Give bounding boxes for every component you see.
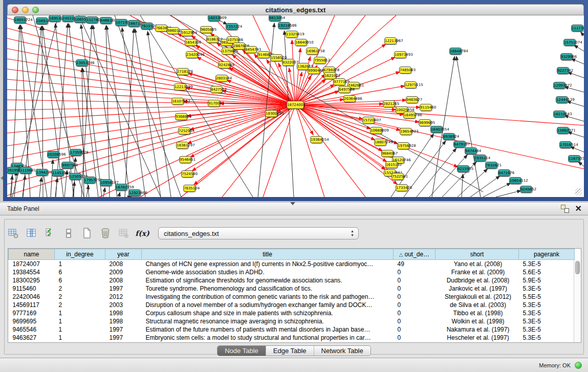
graph-node[interactable]: 16953275 <box>49 15 61 22</box>
graph-node[interactable]: 6497568 <box>338 86 351 93</box>
graph-node[interactable]: 19218586 <box>278 22 290 29</box>
graph-node[interactable]: 10973493 <box>394 51 406 58</box>
graph-node[interactable]: 18807249 <box>374 139 386 146</box>
graph-node[interactable]: 8427552 <box>210 86 223 93</box>
tab-edge-table[interactable]: Edge Table <box>266 346 314 356</box>
graph-node[interactable]: 19654923 <box>400 128 412 135</box>
graph-node[interactable]: 17016514 <box>559 141 572 148</box>
graph-node[interactable]: 12213967 <box>384 37 397 45</box>
graph-node[interactable]: 10958107 <box>100 179 112 186</box>
graph-node[interactable]: 2935114 <box>474 155 486 162</box>
graph-node[interactable]: 12505135 <box>69 173 81 180</box>
graph-node[interactable]: 1527802 <box>86 16 98 24</box>
window-resize-grip[interactable] <box>575 188 582 195</box>
graph-node[interactable]: 11156812 <box>19 167 32 174</box>
tab-node-table[interactable]: Node Table <box>217 346 266 356</box>
graph-node[interactable]: 7252954 <box>178 127 190 135</box>
graph-node[interactable]: 7615526 <box>141 23 153 30</box>
graph-node[interactable]: 9245652 <box>520 186 532 193</box>
graph-node[interactable]: 16403354 <box>430 126 443 133</box>
graph-node[interactable]: 11675338 <box>568 155 580 162</box>
column-header-in_degree[interactable]: in_degree <box>55 249 105 260</box>
graph-node[interactable]: 8471676 <box>498 169 510 177</box>
graph-node[interactable]: 9684067 <box>381 150 394 157</box>
graph-node[interactable]: 16640910 <box>295 39 307 46</box>
graph-node[interactable]: 9546451 <box>179 156 191 163</box>
graph-node[interactable]: 13942757 <box>36 169 48 176</box>
table-vertical-scrollbar[interactable] <box>574 260 581 342</box>
graph-node[interactable]: 9170031 <box>208 100 220 107</box>
graph-node[interactable]: 9997588 <box>61 162 74 169</box>
graph-node[interactable]: 16961758 <box>306 48 318 55</box>
splitter-handle-icon[interactable] <box>290 202 295 205</box>
column-header-pagerank[interactable]: pagerank <box>519 249 575 260</box>
graph-node[interactable]: 10688809 <box>370 127 382 134</box>
graph-node[interactable]: 10655327 <box>74 16 86 23</box>
function-builder-icon[interactable]: f(x) <box>137 228 148 239</box>
graph-node[interactable]: 1375685 <box>222 48 234 55</box>
graph-node[interactable]: 11173456 <box>571 25 583 32</box>
table-row[interactable]: 977716911998Corpus callosum shape and si… <box>9 309 575 317</box>
graph-node[interactable]: 9227342 <box>557 67 569 74</box>
graph-node[interactable]: 1558520 <box>270 54 282 61</box>
column-header-name[interactable]: name <box>9 249 55 260</box>
graph-node[interactable]: 9368819 <box>175 113 187 120</box>
tab-network-table[interactable]: Network Table <box>314 346 371 356</box>
graph-node[interactable]: 7632621 <box>485 162 497 169</box>
graph-node[interactable]: 15692971 <box>557 127 569 134</box>
graph-node[interactable]: 18381297 <box>176 142 188 149</box>
graph-node[interactable]: 9605885 <box>200 26 212 33</box>
graph-node[interactable]: 6479197 <box>453 141 466 148</box>
table-row[interactable]: 911546021997Tourette syndrome. Phenomeno… <box>9 285 575 293</box>
graph-node[interactable]: 2867608 <box>233 42 245 50</box>
table-row[interactable]: 946362711997Embryonic stem cells: a mode… <box>9 334 575 342</box>
graph-node[interactable]: 1654336 <box>185 39 197 46</box>
graph-node[interactable]: 3919923 <box>7 167 19 174</box>
graph-node[interactable]: 8186328 <box>206 36 219 43</box>
graph-node[interactable]: 9463627 <box>406 96 418 103</box>
graph-node[interactable]: 16033809 <box>208 15 220 21</box>
graph-node[interactable]: 15751074 <box>563 39 576 46</box>
graph-node[interactable]: 24055724 <box>14 16 26 24</box>
graph-node[interactable]: 9699695 <box>419 119 431 126</box>
row-height-icon[interactable] <box>63 228 74 239</box>
graph-node[interactable]: 24531492 <box>62 15 74 22</box>
graph-node[interactable]: 8813054 <box>269 15 281 21</box>
graph-node[interactable]: 9860128 <box>167 27 179 34</box>
graph-node[interactable]: 8466160 <box>100 17 112 24</box>
graph-node[interactable]: 7955812 <box>314 57 326 64</box>
table-mode-icon[interactable] <box>8 228 19 239</box>
graph-node[interactable]: 9990448 <box>308 67 320 74</box>
graph-hub-node[interactable]: 18724007 <box>287 101 304 109</box>
graph-node[interactable]: 9474444 <box>465 147 477 155</box>
graph-node[interactable]: 16107552 <box>171 98 184 105</box>
table-row[interactable]: 1830029562008Estimation of significance … <box>9 276 575 285</box>
graph-node[interactable]: 9242848 <box>218 61 230 69</box>
graph-node[interactable]: 15720407 <box>362 117 375 124</box>
select-columns-icon[interactable] <box>45 228 56 239</box>
graph-node[interactable]: 16782759 <box>115 184 127 191</box>
graph-node[interactable]: 7522541 <box>391 173 404 180</box>
graph-node[interactable]: 9115460 <box>420 104 432 111</box>
graph-node[interactable]: 20691406 <box>36 17 48 25</box>
graph-node[interactable]: 9777169 <box>333 78 345 85</box>
graph-node[interactable]: 12975115 <box>404 81 417 89</box>
graph-node[interactable]: 2821265 <box>383 100 395 107</box>
graph-node[interactable]: 20364486 <box>343 95 356 102</box>
graph-node[interactable]: 23053346 <box>76 59 88 67</box>
graph-node[interactable]: 12093872 <box>553 82 565 89</box>
graph-node[interactable]: 16210643 <box>553 111 565 118</box>
graph-node[interactable]: 7485083 <box>399 67 411 74</box>
float-panel-icon[interactable] <box>561 205 569 213</box>
graph-node[interactable]: 8322037 <box>282 59 294 66</box>
show-columns-icon[interactable] <box>26 228 37 239</box>
table-row[interactable]: 969969511998Structural magnetic resonanc… <box>9 317 575 325</box>
create-column-icon[interactable] <box>81 228 93 239</box>
graph-node[interactable]: 7635104 <box>183 185 195 192</box>
graph-node[interactable]: 18300295 <box>265 110 277 117</box>
graph-node[interactable]: 16495786 <box>403 112 416 119</box>
column-header-out_degree[interactable]: △out_de… <box>394 249 435 260</box>
column-header-short[interactable]: short <box>435 249 519 260</box>
graph-node[interactable]: 12213399 <box>174 83 186 91</box>
table-row[interactable]: 2242004622012Investigating the contribut… <box>9 293 575 301</box>
